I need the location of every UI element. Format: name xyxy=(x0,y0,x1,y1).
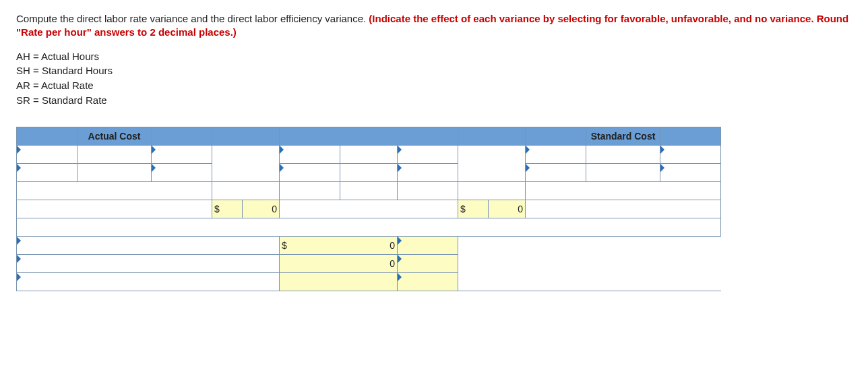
variance-label-input[interactable] xyxy=(17,272,280,291)
input-cell[interactable] xyxy=(17,163,78,181)
input-cell[interactable] xyxy=(152,145,212,163)
blank-cell xyxy=(280,181,340,200)
blank-cell xyxy=(280,200,458,218)
blank-cell xyxy=(526,200,721,218)
input-cell[interactable] xyxy=(280,145,340,163)
calc-dollar: $ xyxy=(212,200,243,218)
blank-tail xyxy=(458,272,721,291)
input-cell[interactable] xyxy=(660,145,721,163)
standard-cost-header: Standard Cost xyxy=(586,127,660,145)
cell[interactable] xyxy=(78,145,152,163)
question-plain: Compute the direct labor rate variance a… xyxy=(16,13,369,24)
legend-sr: SR = Standard Rate xyxy=(16,93,852,108)
blank-cell xyxy=(17,181,212,200)
legend-ar: AR = Actual Rate xyxy=(16,78,852,93)
actual-cost-header: Actual Cost xyxy=(78,127,152,145)
cell[interactable] xyxy=(586,163,660,181)
input-cell[interactable] xyxy=(398,145,458,163)
blank-cell xyxy=(212,181,280,200)
calc-zero: 0 xyxy=(489,200,526,218)
mid-left-header xyxy=(212,127,280,145)
cell[interactable] xyxy=(586,145,660,163)
calc-zero: 0 xyxy=(243,200,280,218)
input-cell[interactable] xyxy=(398,163,458,181)
standard-cost-blank-header-2 xyxy=(660,127,721,145)
variance-dollar: $ xyxy=(280,236,340,254)
input-cell[interactable] xyxy=(660,163,721,181)
spacer xyxy=(458,145,526,181)
mid-center-header xyxy=(280,127,458,145)
question-text: Compute the direct labor rate variance a… xyxy=(16,12,852,40)
cell[interactable] xyxy=(340,163,398,181)
input-cell[interactable] xyxy=(280,163,340,181)
blank-cell xyxy=(17,200,212,218)
variance-zero: 0 xyxy=(340,236,398,254)
variance-zero: 0 xyxy=(340,254,398,272)
variance-select[interactable] xyxy=(398,236,458,254)
legend-sh: SH = Standard Hours xyxy=(16,63,852,78)
cell[interactable] xyxy=(340,145,398,163)
spacer xyxy=(212,145,280,181)
legend-ah: AH = Actual Hours xyxy=(16,49,852,64)
blank-tail xyxy=(458,236,721,254)
input-cell[interactable] xyxy=(152,163,212,181)
blank-cell xyxy=(340,181,398,200)
actual-cost-blank-header xyxy=(17,127,78,145)
blank-cell xyxy=(398,181,458,200)
variance-select[interactable] xyxy=(398,254,458,272)
calc-dollar: $ xyxy=(458,200,489,218)
standard-cost-blank-header xyxy=(526,127,586,145)
variance-label-input[interactable] xyxy=(17,236,280,254)
variance-total xyxy=(280,272,398,291)
mid-right-header xyxy=(458,127,526,145)
blank-cell xyxy=(458,181,526,200)
legend-block: AH = Actual Hours SH = Standard Hours AR… xyxy=(16,49,852,108)
input-cell[interactable] xyxy=(526,145,586,163)
full-row xyxy=(17,218,721,236)
input-cell[interactable] xyxy=(17,145,78,163)
variance-label-input[interactable] xyxy=(17,254,280,272)
blank-cell xyxy=(526,181,721,200)
variance-select[interactable] xyxy=(398,272,458,291)
blank-tail xyxy=(458,254,721,272)
cell[interactable] xyxy=(78,163,152,181)
variance-blank xyxy=(280,254,340,272)
variance-table: Actual Cost Standard Cost $ 0 $ 0 $ xyxy=(16,127,721,291)
actual-cost-blank-header-2 xyxy=(152,127,212,145)
input-cell[interactable] xyxy=(526,163,586,181)
